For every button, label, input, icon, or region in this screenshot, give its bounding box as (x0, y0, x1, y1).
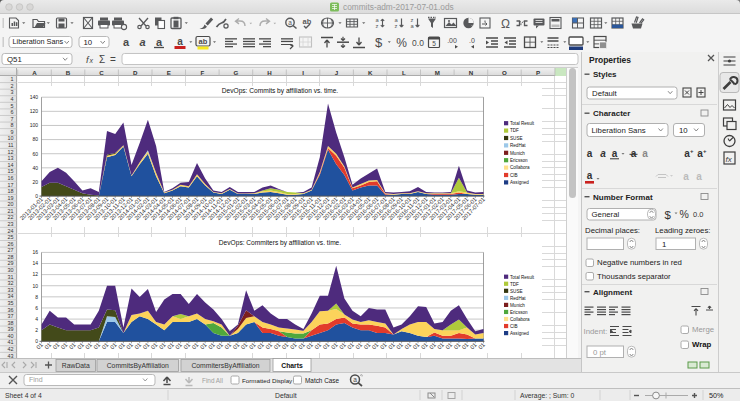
svg-text:$: $ (375, 35, 383, 50)
svg-text:50%: 50% (709, 391, 724, 400)
svg-text:12: 12 (32, 271, 38, 277)
svg-text:z: z (376, 23, 379, 29)
svg-text:34: 34 (8, 294, 14, 300)
svg-text:Liberation Sans: Liberation Sans (592, 126, 646, 135)
svg-text:11: 11 (8, 142, 14, 148)
svg-text:CommitersByAffiliation: CommitersByAffiliation (191, 362, 259, 370)
svg-text:8: 8 (11, 123, 14, 129)
svg-text:I: I (302, 69, 304, 76)
svg-text:TDF: TDF (510, 128, 519, 133)
svg-text:CommitsByAffiliation: CommitsByAffiliation (107, 362, 169, 370)
svg-text:Alignment: Alignment (593, 288, 632, 297)
svg-text:SUSE: SUSE (510, 135, 523, 140)
svg-text:fx: fx (726, 155, 733, 164)
svg-text:RedHat: RedHat (510, 143, 526, 148)
svg-text:a: a (156, 36, 163, 48)
svg-text:%: % (396, 36, 407, 50)
svg-text:20: 20 (8, 201, 14, 207)
svg-text:Total Result: Total Result (510, 121, 535, 126)
svg-text:L: L (402, 69, 406, 76)
svg-text:10: 10 (679, 126, 688, 135)
svg-text:Ericsson: Ericsson (510, 158, 528, 163)
svg-text:80: 80 (32, 136, 38, 142)
svg-text:C: C (99, 69, 104, 76)
svg-text:Charts: Charts (281, 362, 303, 369)
svg-text:10: 10 (32, 283, 38, 289)
svg-text:General: General (592, 210, 620, 219)
svg-text:Σ: Σ (99, 54, 105, 65)
svg-text:Collabora: Collabora (510, 165, 530, 170)
svg-text:26: 26 (8, 241, 14, 247)
svg-text:Default: Default (592, 89, 618, 98)
svg-text:Indent:: Indent: (584, 327, 608, 336)
svg-text:22: 22 (8, 215, 14, 221)
svg-text:5: 5 (432, 40, 436, 47)
svg-text:O: O (502, 69, 507, 76)
svg-text:1: 1 (662, 240, 666, 249)
svg-text:14: 14 (32, 260, 38, 266)
svg-text:24: 24 (8, 228, 14, 234)
svg-text:+: + (703, 148, 707, 154)
svg-text:15: 15 (8, 169, 14, 175)
svg-text:Total Result: Total Result (510, 275, 535, 280)
svg-text:CIB: CIB (510, 172, 518, 177)
svg-text:2: 2 (11, 83, 14, 89)
svg-text:a: a (410, 23, 414, 29)
svg-text:a: a (631, 148, 637, 159)
svg-text:a: a (642, 148, 648, 159)
svg-text:40: 40 (32, 164, 38, 170)
svg-text:5: 5 (11, 103, 14, 109)
svg-text:30: 30 (8, 267, 14, 273)
svg-text:commits-adm-2017-07-01.ods: commits-adm-2017-07-01.ods (343, 2, 454, 12)
svg-text:a: a (587, 170, 593, 181)
svg-text:Decimal places:: Decimal places: (585, 226, 640, 235)
svg-text:a: a (353, 376, 357, 383)
svg-text:27: 27 (8, 248, 14, 254)
svg-text:39: 39 (8, 326, 14, 332)
svg-text:4: 4 (11, 96, 14, 102)
svg-text:B: B (66, 69, 71, 76)
svg-text:42: 42 (8, 346, 14, 352)
svg-text:28: 28 (8, 254, 14, 260)
svg-text:a: a (177, 36, 183, 47)
svg-text:16: 16 (8, 175, 14, 181)
svg-text:Ω: Ω (501, 17, 510, 31)
svg-text:40: 40 (8, 333, 14, 339)
svg-text:Munich: Munich (510, 150, 525, 155)
svg-text:a: a (696, 171, 702, 182)
svg-text:Assigned: Assigned (510, 180, 529, 185)
svg-text:12: 12 (8, 149, 14, 155)
svg-text:100: 100 (30, 122, 39, 128)
svg-text:P: P (536, 69, 540, 76)
svg-text:35: 35 (8, 300, 14, 306)
svg-text:38: 38 (8, 320, 14, 326)
svg-text:Ericsson: Ericsson (510, 310, 528, 315)
svg-text:Thousands separator: Thousands separator (597, 272, 671, 281)
svg-text:Default: Default (275, 391, 297, 398)
svg-text:H: H (267, 69, 272, 76)
svg-text:DevOps: Commiters by affiliati: DevOps: Commiters by affiliation vs. tim… (219, 239, 341, 247)
svg-text:a: a (612, 148, 618, 159)
svg-text:23: 23 (8, 221, 14, 227)
svg-text:+: + (690, 148, 694, 154)
svg-text:13: 13 (8, 155, 14, 161)
svg-text:RawData: RawData (62, 362, 90, 369)
svg-text:Average: ; Sum: 0: Average: ; Sum: 0 (520, 391, 574, 399)
svg-text:2: 2 (35, 327, 38, 333)
svg-text:a: a (587, 148, 593, 159)
svg-text:x: x (89, 57, 94, 64)
svg-text:Formatted Display: Formatted Display (242, 376, 293, 383)
svg-text:Find All: Find All (202, 376, 223, 383)
svg-text:41: 41 (8, 340, 14, 346)
svg-text:37: 37 (8, 313, 14, 319)
svg-text:Collabora: Collabora (510, 317, 530, 322)
svg-text:7: 7 (11, 116, 14, 122)
svg-text:Match Case: Match Case (305, 376, 340, 383)
svg-text:Wrap: Wrap (692, 340, 712, 349)
svg-text:120: 120 (30, 108, 39, 114)
svg-text:Sheet 4 of 4: Sheet 4 of 4 (5, 391, 42, 398)
svg-text:N: N (469, 69, 474, 76)
svg-text:a: a (123, 36, 130, 48)
svg-text:3: 3 (11, 90, 14, 96)
svg-text:4: 4 (35, 316, 38, 322)
